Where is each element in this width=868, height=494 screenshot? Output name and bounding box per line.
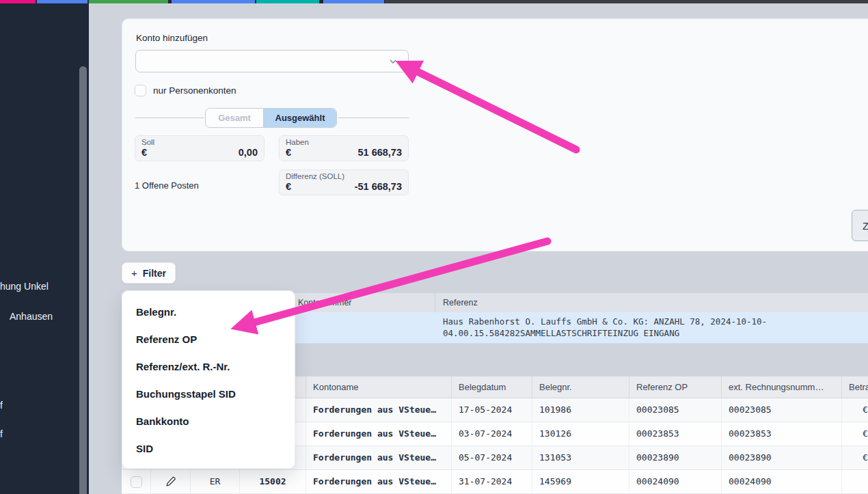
soll-value: 0,00: [239, 147, 258, 158]
soll-label: Soll: [141, 138, 258, 146]
row-belegdatum: 31-07-2024: [452, 470, 532, 494]
offene-posten-count: 1 Offene Posten: [135, 180, 199, 191]
menu-item-buchungsstapel-sid[interactable]: Buchungsstapel SID: [122, 380, 295, 407]
row-belegnr-link[interactable]: 130126: [532, 422, 629, 446]
konto-summary-panel: Konto hinzufügen nur Personenkonten Gesa…: [122, 18, 868, 251]
sidebar-item-unkel[interactable]: hung Unkel: [0, 281, 49, 292]
sidebar-item-anhausen[interactable]: Anhausen: [10, 311, 53, 322]
row-ext-rechnungsnummer: 00023853: [722, 422, 842, 446]
toggle-divider-right: [338, 118, 409, 118]
menu-item-bankkonto[interactable]: Bankkonto: [122, 407, 295, 435]
row-checkbox[interactable]: [131, 476, 142, 488]
row-referenz-op: 00023890: [629, 446, 722, 470]
referenz-line-1: Haus Rabenhorst O. Lauffs GmbH & Co. KG:…: [443, 316, 767, 327]
konto-select[interactable]: [135, 50, 409, 72]
row-type: ER: [191, 470, 240, 494]
filter-button-label: Filter: [143, 268, 166, 279]
row-belegdatum: 17-05-2024: [452, 398, 532, 422]
filter-dropdown-menu: Belegnr. Referenz OP Referenz/ext. R.-Nr…: [122, 290, 295, 469]
plus-icon: +: [131, 267, 137, 279]
menu-item-belegnr[interactable]: Belegnr.: [122, 298, 295, 325]
differenz-box: Differenz (SOLL) € -51 668,73: [279, 169, 409, 195]
differenz-label: Differenz (SOLL): [286, 172, 402, 180]
menu-item-referenz-ext-rnr[interactable]: Referenz/ext. R.-Nr.: [122, 353, 295, 380]
row-ext-rechnungsnummer: 00024090: [722, 470, 842, 494]
row-kontoname: Forderungen aus VSteue…: [306, 446, 452, 470]
haben-currency: €: [286, 147, 291, 158]
haben-label: Haben: [286, 138, 402, 146]
row-belegdatum: 03-07-2024: [452, 422, 532, 446]
nur-personenkonten-label: nur Personenkonten: [153, 85, 236, 96]
row-edit-cell: [151, 470, 191, 494]
row-betrag: [842, 470, 868, 494]
gesamt-ausgewaehlt-toggle: Gesamt Ausgewählt: [205, 108, 337, 128]
header-referenz-op: Referenz OP: [629, 376, 722, 398]
menu-item-referenz-op[interactable]: Referenz OP: [122, 325, 295, 353]
screen: hung Unkel Anhausen f f Konto hinzufügen…: [0, 0, 868, 494]
row-betrag: €: [842, 422, 868, 446]
row-kontoname: Forderungen aus VSteue…: [306, 422, 452, 446]
row-referenz-op: 00023853: [629, 422, 722, 446]
row-referenz-op: 00024090: [629, 470, 722, 494]
haben-box: Haben € 51 668,73: [279, 135, 409, 161]
row-ext-rechnungsnummer: 00023085: [722, 398, 842, 422]
row-referenz-op: 00023085: [629, 398, 722, 422]
row-betrag: €: [842, 446, 868, 470]
toggle-gesamt-button[interactable]: Gesamt: [206, 109, 264, 127]
header-belegdatum: Belegdatum: [452, 376, 532, 398]
toggle-divider-left: [135, 118, 204, 118]
toggle-ausgewaehlt-button[interactable]: Ausgewählt: [264, 109, 336, 127]
chevron-down-icon: [388, 56, 398, 67]
nur-personenkonten-checkbox[interactable]: [135, 85, 146, 96]
row-kontoname: Forderungen aus VSteue…: [306, 398, 452, 422]
soll-box: Soll € 0,00: [135, 135, 265, 161]
row-checkbox-cell: [122, 470, 151, 494]
differenz-currency: €: [286, 181, 291, 192]
konto-hinzufuegen-label: Konto hinzufügen: [136, 33, 208, 43]
table-row: ER 15002 Forderungen aus VSteue… 31-07-2…: [122, 470, 868, 494]
row-belegnr-link[interactable]: 101986: [532, 398, 629, 422]
header-ext-rechnungsnummer: ext. Rechnungsnumm…: [722, 376, 842, 398]
header-betrag: Betrag: [842, 376, 868, 398]
zuordnen-button[interactable]: Z: [852, 210, 868, 241]
menu-item-sid[interactable]: SID: [122, 435, 295, 462]
sidebar-item-fragment-2[interactable]: f: [0, 428, 3, 439]
row-belegnr-link[interactable]: 131053: [532, 446, 629, 470]
row-kontoname: Forderungen aus VSteue…: [306, 470, 452, 494]
row-betrag: €: [842, 398, 868, 422]
row-belegdatum: 05-07-2024: [452, 446, 532, 470]
haben-value: 51 668,73: [357, 147, 402, 158]
header-referenz: Referenz: [443, 293, 478, 312]
soll-currency: €: [141, 147, 147, 158]
referenz-line-2: 04.00.15.584282SAMMELLASTSCHRIFTEINZUG E…: [443, 327, 767, 339]
header-kontonummer: Kontonummer: [298, 293, 352, 312]
header-belegnr: Belegnr.: [532, 376, 629, 398]
differenz-value: -51 668,73: [355, 181, 402, 192]
filter-button[interactable]: + Filter: [122, 262, 176, 284]
row-belegnr-link[interactable]: 145969: [532, 470, 629, 494]
row-ext-rechnungsnummer: 00023890: [722, 446, 842, 470]
header-kontoname: Kontoname: [306, 376, 452, 398]
sidebar: hung Unkel Anhausen f f: [0, 3, 89, 494]
sidebar-scrollbar-thumb[interactable]: [79, 66, 87, 494]
column-divider: [435, 293, 435, 312]
sidebar-item-fragment-1[interactable]: f: [0, 400, 3, 411]
pencil-icon[interactable]: [165, 476, 177, 488]
row-kontonummer: 15002: [240, 470, 306, 494]
